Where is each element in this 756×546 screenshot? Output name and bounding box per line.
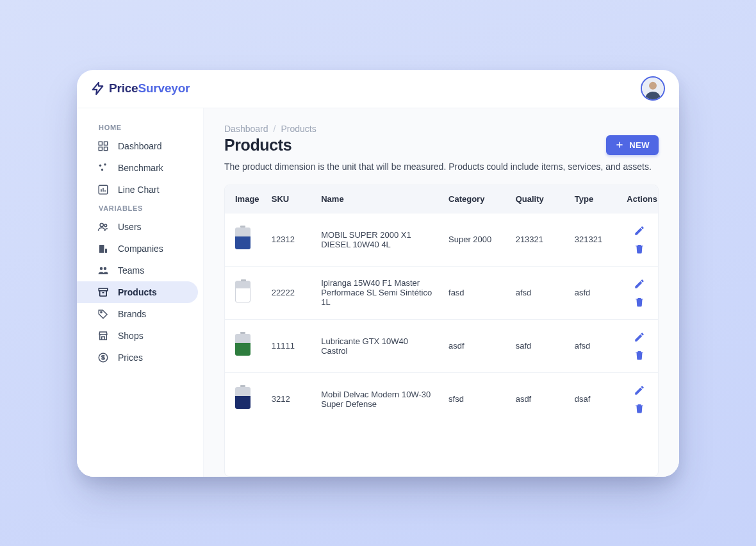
- pencil-icon: [634, 278, 645, 290]
- table-row: 12312MOBIL SUPER 2000 X1 DIESEL 10W40 4L…: [225, 213, 658, 266]
- svg-point-6: [99, 164, 101, 166]
- breadcrumb-current: Products: [281, 124, 316, 134]
- product-thumb: [235, 387, 251, 409]
- edit-button[interactable]: [634, 385, 645, 396]
- cell-type: afsd: [568, 319, 621, 372]
- sidebar-item-label: Line Chart: [118, 185, 160, 195]
- sidebar-item-users[interactable]: Users: [77, 216, 203, 238]
- delete-button[interactable]: [634, 243, 645, 254]
- cell-quality: afsd: [509, 266, 568, 319]
- trash-icon: [634, 349, 645, 361]
- svg-point-12: [100, 267, 103, 270]
- edit-button[interactable]: [634, 225, 645, 236]
- svg-point-8: [101, 169, 103, 170]
- sidebar-item-prices[interactable]: Prices: [77, 347, 203, 368]
- cell-name: Mobil Delvac Modern 10W-30 Super Defense: [315, 372, 442, 426]
- sidebar-item-brands[interactable]: Brands: [77, 303, 203, 325]
- breadcrumb: Dashboard / Products: [224, 124, 659, 134]
- table-row: 11111Lubricante GTX 10W40 Castrolasdfsaf…: [225, 319, 658, 372]
- pencil-icon: [634, 385, 645, 396]
- th-image: Image: [225, 185, 265, 213]
- table-header-row: Image SKU Name Category Quality Type Act…: [225, 185, 658, 213]
- new-button-label: NEW: [629, 140, 650, 150]
- svg-rect-5: [104, 147, 108, 150]
- dollar-icon: [97, 352, 109, 363]
- page-title: Products: [224, 136, 292, 154]
- product-thumb: [235, 334, 251, 356]
- sidebar-item-label: Dashboard: [118, 141, 162, 151]
- edit-button[interactable]: [634, 331, 645, 343]
- sidebar-item-companies[interactable]: Companies: [77, 238, 203, 260]
- cell-sku: 11111: [265, 319, 315, 372]
- grid-icon: [97, 140, 109, 152]
- breadcrumb-root[interactable]: Dashboard: [224, 124, 268, 134]
- svg-point-11: [104, 224, 107, 226]
- table-body: 12312MOBIL SUPER 2000 X1 DIESEL 10W40 4L…: [225, 213, 658, 426]
- th-sku: SKU: [265, 185, 315, 213]
- svg-rect-14: [99, 288, 108, 291]
- users-icon: [97, 221, 109, 233]
- cell-sku: 3212: [265, 372, 315, 426]
- sidebar-item-dashboard[interactable]: Dashboard: [77, 135, 203, 157]
- th-name: Name: [315, 185, 442, 213]
- cell-quality: asdf: [509, 372, 568, 426]
- delete-button[interactable]: [634, 296, 645, 308]
- sidebar-item-line-chart[interactable]: Line Chart: [77, 179, 203, 201]
- trash-icon: [634, 243, 645, 254]
- th-type: Type: [568, 185, 621, 213]
- cell-type: dsaf: [568, 372, 621, 426]
- cell-category: asdf: [442, 319, 509, 372]
- product-thumb: [235, 228, 251, 249]
- cell-category: Super 2000: [442, 213, 509, 266]
- svg-rect-2: [99, 142, 102, 145]
- sidebar-item-label: Users: [118, 222, 142, 232]
- topbar: PriceSurveyor: [77, 70, 679, 108]
- pencil-icon: [634, 225, 645, 236]
- sidebar-item-teams[interactable]: Teams: [77, 260, 203, 281]
- svg-point-1: [649, 82, 657, 90]
- trash-icon: [634, 296, 645, 308]
- svg-point-10: [100, 223, 103, 226]
- trash-icon: [634, 402, 645, 414]
- new-button[interactable]: NEW: [606, 135, 659, 155]
- cell-name: Ipiranga 15W40 F1 Master Performace SL S…: [315, 266, 442, 319]
- sidebar-item-products[interactable]: Products: [77, 281, 198, 303]
- svg-rect-4: [99, 147, 102, 150]
- sidebar-item-shops[interactable]: Shops: [77, 325, 203, 347]
- tag-icon: [97, 308, 109, 320]
- sidebar-item-label: Benchmark: [118, 163, 163, 173]
- archive-icon: [97, 286, 109, 298]
- table-row: 3212Mobil Delvac Modern 10W-30 Super Def…: [225, 372, 658, 426]
- cell-category: sfsd: [442, 372, 509, 426]
- svg-point-7: [104, 163, 106, 165]
- edit-button[interactable]: [634, 278, 645, 290]
- sidebar-item-label: Companies: [118, 244, 163, 254]
- sidebar-item-label: Shops: [118, 331, 144, 341]
- brand-name: PriceSurveyor: [109, 81, 190, 95]
- avatar[interactable]: [641, 76, 665, 101]
- cell-sku: 22222: [265, 266, 315, 319]
- product-thumb: [235, 281, 251, 302]
- main-content: Dashboard / Products Products NEW The pr…: [204, 108, 679, 477]
- cell-name: Lubricante GTX 10W40 Castrol: [315, 319, 442, 372]
- scatter-icon: [97, 162, 109, 174]
- sidebar-item-label: Prices: [118, 352, 143, 363]
- table-row: 22222Ipiranga 15W40 F1 Master Performace…: [225, 266, 658, 319]
- sidebar: HOMEDashboardBenchmarkLine ChartVARIABLE…: [77, 108, 204, 477]
- cell-quality: 213321: [509, 213, 568, 266]
- svg-rect-3: [104, 142, 108, 145]
- th-actions: Actions: [620, 185, 658, 213]
- brand[interactable]: PriceSurveyor: [91, 81, 190, 95]
- store-icon: [97, 330, 109, 342]
- delete-button[interactable]: [634, 402, 645, 414]
- cell-type: 321321: [568, 213, 621, 266]
- building-icon: [97, 243, 109, 254]
- sidebar-item-benchmark[interactable]: Benchmark: [77, 157, 203, 179]
- app-window: PriceSurveyor HOMEDashboardBenchmarkLine…: [77, 70, 679, 477]
- sidebar-item-label: Products: [118, 287, 157, 297]
- svg-point-13: [104, 267, 107, 270]
- team-icon: [97, 265, 109, 276]
- products-table: Image SKU Name Category Quality Type Act…: [224, 185, 659, 477]
- delete-button[interactable]: [634, 349, 645, 361]
- cell-type: asfd: [568, 266, 621, 319]
